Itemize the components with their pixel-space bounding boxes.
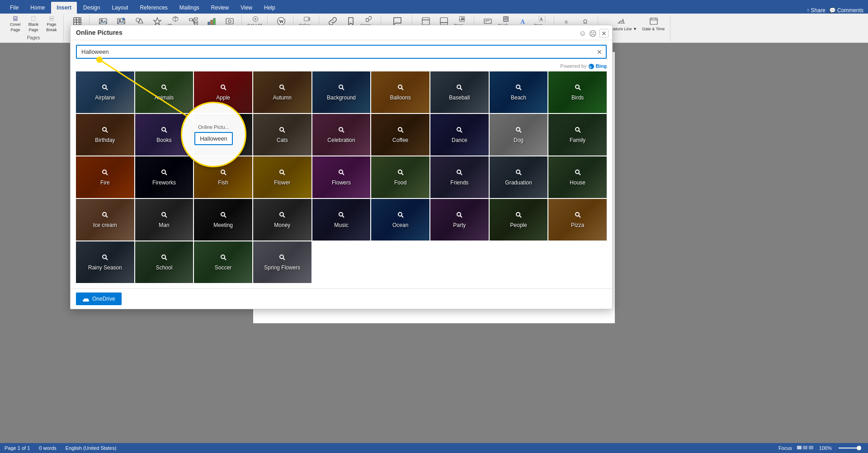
grid-item-money[interactable]: Money [253, 199, 311, 241]
grid-item-apple[interactable]: Apple [194, 71, 252, 113]
date-time-button[interactable]: Date & Time [641, 16, 667, 32]
search-icon [338, 84, 345, 93]
grid-item-man[interactable]: Man [135, 199, 193, 241]
svg-line-126 [165, 216, 167, 217]
svg-line-144 [165, 258, 167, 260]
grid-item-dog[interactable]: Dog [490, 114, 548, 156]
grid-item-graduation[interactable]: Graduation [490, 156, 548, 198]
grid-item-airplane[interactable]: Airplane [76, 71, 134, 113]
grid-item-celebration[interactable]: Celebration [312, 114, 371, 156]
tab-review[interactable]: Review [206, 2, 234, 14]
search-icon [574, 169, 581, 178]
grid-item-rainyseason[interactable]: Rainy Season [76, 241, 134, 283]
svg-point-129 [280, 212, 283, 216]
grid-item-birthday[interactable]: Birthday [76, 114, 134, 156]
grid-item-cats[interactable]: Cats [253, 114, 311, 156]
grid-item-music[interactable]: Music [312, 199, 371, 241]
grid-item-fish[interactable]: Fish [194, 156, 252, 198]
feedback-icon[interactable]: ☹ [589, 29, 597, 38]
grid-item-party[interactable]: Party [430, 199, 489, 241]
svg-line-114 [342, 173, 344, 175]
onedrive-button[interactable]: OneDrive [76, 293, 122, 305]
grid-item-animals[interactable]: Animals [135, 71, 193, 113]
svg-line-100 [460, 131, 462, 132]
tab-mailings[interactable]: Mailings [174, 2, 205, 14]
grid-item-ocean[interactable]: Ocean [371, 199, 429, 241]
grid-item-friends[interactable]: Friends [430, 156, 489, 198]
grid-item-flower[interactable]: Flower [253, 156, 311, 198]
grid-item-label: Ocean [392, 222, 408, 228]
grid-item-car[interactable]: Car [194, 114, 252, 156]
grid-item-autumn[interactable]: Autumn [253, 71, 311, 113]
grid-item-school[interactable]: School [135, 241, 193, 283]
svg-line-112 [283, 173, 285, 175]
grid-item-label: Meeting [213, 222, 233, 228]
grid-item-meeting[interactable]: Meeting [194, 199, 252, 241]
grid-item-people[interactable]: People [490, 199, 548, 241]
grid-item-label: Dog [514, 137, 524, 143]
grid-item-family[interactable]: Family [548, 114, 607, 156]
grid-item-baseball[interactable]: Baseball [430, 71, 489, 113]
cover-page-button[interactable]: Cover Page [7, 16, 24, 32]
online-pictures-dialog: ☺ ☹ ✕ Online Pictures ✕ Powered by b Bin… [70, 25, 613, 309]
search-icon [574, 84, 581, 93]
svg-line-118 [460, 173, 462, 175]
search-icon [338, 169, 345, 178]
smiley-icon[interactable]: ☺ [579, 29, 586, 38]
svg-rect-32 [213, 19, 215, 25]
tab-help[interactable]: Help [259, 2, 281, 14]
search-input[interactable] [77, 46, 593, 58]
tab-file[interactable]: File [5, 2, 24, 14]
svg-rect-4 [50, 16, 53, 18]
grid-item-birds[interactable]: Birds [548, 71, 607, 113]
svg-rect-56 [504, 19, 508, 21]
grid-item-label: Background [327, 94, 356, 101]
search-icon [101, 84, 108, 93]
grid-item-coffee[interactable]: Coffee [371, 114, 429, 156]
grid-item-icecream[interactable]: Ice cream [76, 199, 134, 241]
svg-line-120 [519, 173, 521, 175]
tab-home[interactable]: Home [25, 2, 50, 14]
tab-view[interactable]: View [235, 2, 258, 14]
grid-item-label: School [156, 264, 173, 271]
search-icon [220, 84, 227, 93]
grid-item-dance[interactable]: Dance [430, 114, 489, 156]
grid-item-house[interactable]: House [548, 156, 607, 198]
svg-line-90 [165, 131, 167, 132]
grid-item-pizza[interactable]: Pizza [548, 199, 607, 241]
grid-item-label: Autumn [273, 94, 292, 101]
blank-page-button[interactable]: Blank Page [25, 16, 42, 32]
svg-point-85 [576, 85, 579, 89]
zoom-slider[interactable] [836, 445, 863, 451]
tab-references[interactable]: References [134, 2, 173, 14]
tab-design[interactable]: Design [78, 2, 105, 14]
grid-item-books[interactable]: Books [135, 114, 193, 156]
comments-button[interactable]: 💬 Comments [829, 7, 863, 14]
svg-rect-7 [74, 18, 81, 25]
tab-layout[interactable]: Layout [106, 2, 133, 14]
search-icon [278, 169, 286, 178]
svg-line-108 [165, 173, 167, 175]
dialog-close-button[interactable]: ✕ [599, 29, 609, 38]
grid-item-fireworks[interactable]: Fireworks [135, 156, 193, 198]
svg-line-106 [106, 173, 108, 175]
search-clear-button[interactable]: ✕ [593, 47, 606, 57]
page-break-button[interactable]: Page Break [43, 16, 60, 32]
grid-item-beach[interactable]: Beach [490, 71, 548, 113]
grid-item-soccer[interactable]: Soccer [194, 241, 252, 283]
grid-item-springflowers[interactable]: Spring Flowers [253, 241, 311, 283]
svg-line-94 [283, 131, 285, 132]
grid-item-background[interactable]: Background [312, 71, 371, 113]
svg-point-145 [221, 255, 225, 259]
grid-item-flowers[interactable]: Flowers [312, 156, 371, 198]
grid-item-food[interactable]: Food [371, 156, 429, 198]
grid-item-label: Money [274, 222, 290, 228]
svg-point-107 [162, 170, 165, 174]
grid-item-fire[interactable]: Fire [76, 156, 134, 198]
grid-item-balloons[interactable]: Balloons [371, 71, 429, 113]
share-button[interactable]: ↑ Share [807, 7, 825, 14]
tab-insert[interactable]: Insert [51, 2, 77, 14]
grid-item-label: Birds [571, 94, 584, 101]
focus-button[interactable]: Focus [778, 445, 792, 451]
svg-line-116 [401, 173, 403, 175]
